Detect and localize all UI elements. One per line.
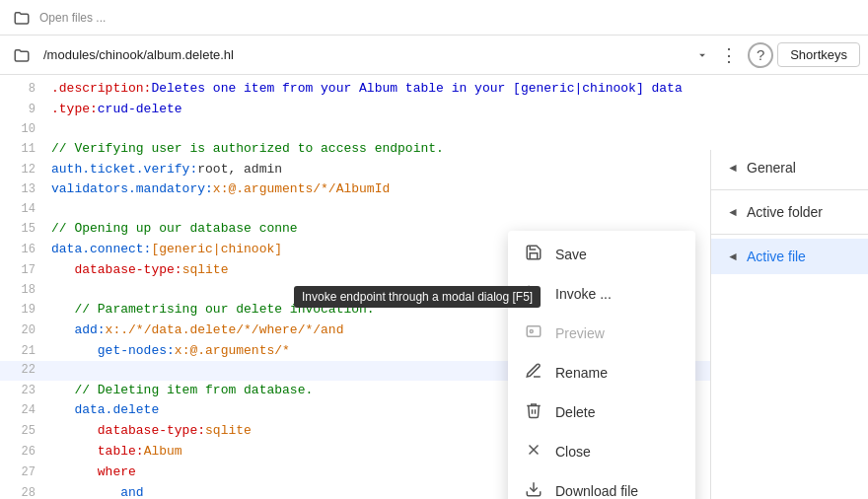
right-panel-item-general[interactable]: ◄General xyxy=(711,150,868,185)
ctx-item-delete[interactable]: Delete xyxy=(508,392,695,432)
help-btn[interactable]: ? xyxy=(748,42,773,68)
rename-icon xyxy=(524,362,543,384)
close-label: Close xyxy=(555,444,591,460)
invoke-icon xyxy=(524,283,543,305)
ctx-item-download[interactable]: Download file xyxy=(508,471,695,499)
chevron-icon: ◄ xyxy=(727,205,743,219)
line-number: 28 xyxy=(8,484,36,500)
line-number: 22 xyxy=(8,361,36,380)
line-number: 21 xyxy=(8,342,36,361)
open-files-label: Open files ... xyxy=(39,11,106,25)
line-content: .description:Deletes one item from your … xyxy=(51,79,860,100)
top-bar: Open files ... xyxy=(0,0,868,36)
line-number: 25 xyxy=(8,422,36,441)
line-number: 18 xyxy=(8,281,36,300)
line-number: 16 xyxy=(8,241,36,259)
folder-nav-icon[interactable] xyxy=(8,41,36,69)
delete-label: Delete xyxy=(555,404,595,420)
save-label: Save xyxy=(555,247,587,262)
preview-label: Preview xyxy=(555,325,605,341)
right-panel-item-label: Active folder xyxy=(747,204,823,220)
preview-icon xyxy=(524,322,543,344)
open-folder-icon[interactable] xyxy=(8,4,36,32)
save-icon xyxy=(524,244,543,265)
line-number: 15 xyxy=(8,220,36,239)
code-line: 9.type:crud-delete xyxy=(0,100,868,120)
chevron-icon: ◄ xyxy=(727,161,743,175)
code-line: 10 xyxy=(0,120,868,139)
download-icon xyxy=(524,480,543,499)
ctx-item-close[interactable]: Close xyxy=(508,432,695,471)
more-options-btn[interactable]: ⋮ xyxy=(714,40,744,70)
ctx-item-invoke[interactable]: Invoke ... xyxy=(508,274,695,314)
line-number: 26 xyxy=(8,443,36,462)
divider xyxy=(711,234,868,235)
line-number: 14 xyxy=(8,200,36,219)
close-icon xyxy=(524,441,543,463)
ctx-item-rename[interactable]: Rename xyxy=(508,353,695,392)
delete-icon xyxy=(524,401,543,423)
shortkeys-btn[interactable]: Shortkeys xyxy=(777,42,860,67)
rename-label: Rename xyxy=(555,365,608,381)
code-line: 8.description:Deletes one item from your… xyxy=(0,79,868,100)
line-number: 19 xyxy=(8,301,36,320)
chevron-icon: ◄ xyxy=(727,250,743,263)
divider xyxy=(711,189,868,190)
path-bar: ⋮ ? Shortkeys xyxy=(0,36,868,75)
path-dropdown-btn[interactable] xyxy=(690,43,714,67)
line-number: 17 xyxy=(8,261,36,280)
download-label: Download file xyxy=(555,483,638,499)
line-number: 11 xyxy=(8,140,36,159)
line-content: .type:crud-delete xyxy=(51,100,860,120)
invoke-label: Invoke ... xyxy=(555,286,612,302)
path-input[interactable] xyxy=(36,47,690,62)
line-number: 13 xyxy=(8,180,36,199)
svg-point-2 xyxy=(530,330,533,333)
line-number: 27 xyxy=(8,463,36,482)
right-panel-item-active-folder[interactable]: ◄Active folder xyxy=(711,194,868,230)
line-number: 9 xyxy=(8,101,36,119)
ctx-item-save[interactable]: Save xyxy=(508,235,695,274)
right-panel: ◄General◄Active folder◄Active file xyxy=(710,150,868,499)
context-menu: SaveInvoke ...PreviewRenameDeleteCloseDo… xyxy=(508,231,695,499)
line-number: 12 xyxy=(8,161,36,179)
right-panel-item-label: Active file xyxy=(747,249,806,264)
line-number: 23 xyxy=(8,382,36,400)
line-number: 10 xyxy=(8,120,36,139)
ctx-item-preview: Preview xyxy=(508,314,695,353)
line-number: 20 xyxy=(8,321,36,340)
line-number: 24 xyxy=(8,401,36,420)
right-panel-item-label: General xyxy=(747,160,796,176)
svg-marker-0 xyxy=(529,285,540,299)
line-number: 8 xyxy=(8,80,36,99)
toolbar-icons: ⋮ ? Shortkeys xyxy=(714,40,860,70)
right-panel-item-active-file[interactable]: ◄Active file xyxy=(711,239,868,274)
editor-area: 8.description:Deletes one item from your… xyxy=(0,75,868,499)
